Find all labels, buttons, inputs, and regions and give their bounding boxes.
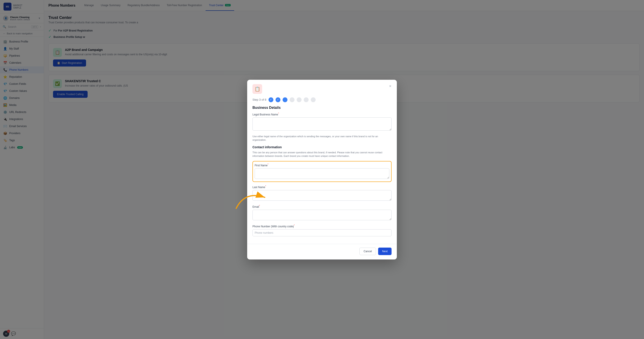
step-dot-5 [297, 97, 302, 102]
phone-field-wrapper: Phone Number (With country code)* Phone … [252, 224, 392, 236]
cancel-button[interactable]: Cancel [360, 248, 376, 255]
contact-section-hint: This can be any person that can answer q… [252, 151, 392, 158]
email-field-wrapper: Email* [252, 205, 392, 221]
step-dot-3 [282, 97, 288, 102]
legal-name-textarea[interactable] [252, 117, 392, 131]
step-dot-4 [290, 97, 294, 102]
contact-section-title: Contact information [252, 145, 392, 149]
legal-name-hint: Use either legal name of the organizatio… [252, 135, 392, 142]
modal-header: 📋 × [247, 80, 397, 97]
last-name-input[interactable] [252, 190, 392, 201]
phone-input-wrapper: Phone numbers [252, 229, 392, 236]
modal-overlay[interactable]: 📋 × Step 3 of 8 ✓ ✓ Business Details Leg… [0, 0, 644, 339]
step-dot-6 [304, 97, 308, 102]
legal-name-field [252, 117, 392, 132]
modal-icon: 📋 [252, 84, 262, 94]
last-name-label: Last Name* [252, 185, 392, 189]
email-label: Email* [252, 205, 392, 208]
step-indicator: Step 3 of 8 ✓ ✓ [247, 97, 397, 106]
legal-name-label: Legal Business Name* [252, 112, 392, 116]
step-dot-1: ✓ [268, 97, 273, 102]
modal: 📋 × Step 3 of 8 ✓ ✓ Business Details Leg… [247, 80, 397, 259]
first-name-label: First Name* [255, 163, 389, 167]
modal-body: Business Details Legal Business Name* Us… [247, 106, 397, 244]
phone-label: Phone Number (With country code)* [252, 224, 392, 228]
modal-footer: Cancel Next [247, 244, 397, 259]
last-name-field-wrapper: Last Name* [252, 185, 392, 202]
step-dot-2: ✓ [276, 97, 280, 102]
phone-input[interactable] [252, 229, 392, 236]
step-dot-7 [311, 97, 316, 102]
first-name-input[interactable] [255, 168, 389, 179]
step-label: Step 3 of 8 [252, 98, 266, 101]
email-input[interactable] [252, 210, 392, 220]
modal-close-button[interactable]: × [387, 83, 393, 89]
first-name-field-wrapper: First Name* [252, 161, 392, 182]
business-details-title: Business Details [252, 106, 392, 110]
next-button[interactable]: Next [378, 248, 392, 255]
